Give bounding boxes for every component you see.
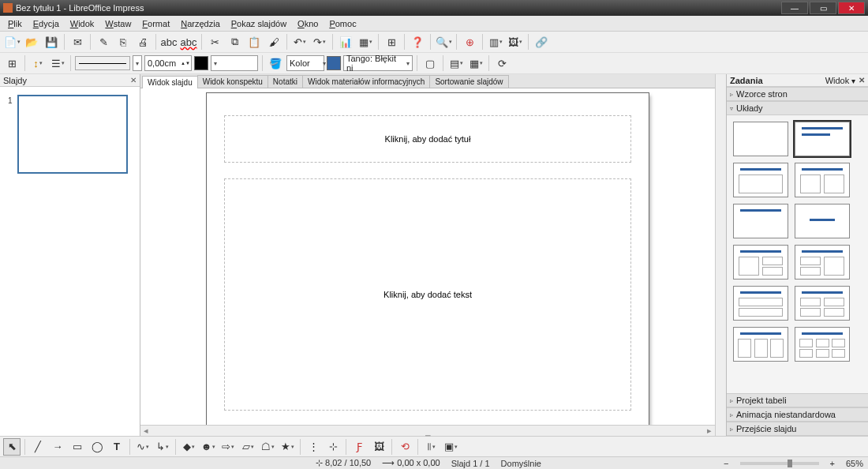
close-button[interactable]: ✕ (838, 2, 865, 14)
linestyle-button[interactable]: ☰▾ (49, 54, 66, 72)
grid-button[interactable]: ⊞ (383, 33, 400, 51)
layout-4content[interactable] (795, 286, 850, 321)
hyperlink-button[interactable]: 🔗 (533, 33, 550, 51)
layout-title-only-2[interactable] (733, 204, 788, 238)
menu-pokaz slajdów[interactable]: Pokaz slajdów (226, 17, 291, 30)
view-tab-0[interactable]: Widok slajdu (142, 76, 198, 88)
section-custom-animation[interactable]: ▹ Animacja niestandardowa (727, 407, 868, 422)
close-slides-panel-button[interactable]: ✕ (130, 76, 137, 84)
menu-widok[interactable]: Widok (65, 17, 99, 30)
arrow-tool[interactable]: → (49, 438, 66, 456)
slide-canvas[interactable]: Kliknij, aby dodać tytuł Kliknij, aby do… (207, 93, 649, 425)
grid-toggle[interactable]: ⊞ (3, 54, 21, 72)
shadow-button[interactable]: ▢ (421, 54, 439, 72)
symbol-shapes-tool[interactable]: ☻▾ (200, 438, 217, 456)
help-button[interactable]: ❓ (409, 33, 426, 51)
from-file-tool[interactable]: 🖼 (370, 438, 387, 456)
connector-tool[interactable]: ↳▾ (154, 438, 171, 456)
select-tool[interactable]: ⬉ (3, 438, 21, 456)
table-button[interactable]: ▦▾ (357, 33, 374, 51)
slide-editor[interactable]: Kliknij, aby dodać tytuł Kliknij, aby do… (140, 88, 715, 425)
content-placeholder[interactable]: Kliknij, aby dodać tekst (224, 178, 631, 411)
minimize-button[interactable]: — (781, 2, 808, 14)
fontwork-tool[interactable]: Ƒ (350, 438, 368, 456)
print-button[interactable]: 🖨 (134, 33, 152, 51)
align-tool[interactable]: ⫴▾ (422, 438, 440, 456)
open-button[interactable]: 📂 (23, 33, 40, 51)
menu-edycja[interactable]: Edycja (28, 17, 64, 30)
line-color-swatch[interactable] (194, 56, 208, 70)
menu-wstaw[interactable]: Wstaw (100, 17, 136, 30)
line-color-combo[interactable]: ▾ (211, 55, 258, 71)
view-tab-4[interactable]: Sortowanie slajdów (429, 75, 508, 88)
spellcheck-button[interactable]: abc (160, 33, 178, 51)
rect-tool[interactable]: ▭ (69, 438, 86, 456)
picture-button[interactable]: 🖼▾ (507, 33, 524, 51)
save-button[interactable]: 💾 (43, 33, 60, 51)
layout-stack[interactable] (733, 286, 788, 321)
layout-2box[interactable] (733, 245, 788, 280)
vertical-scrollbar[interactable] (715, 74, 726, 436)
curve-tool[interactable]: ∿▾ (134, 438, 152, 456)
edit-button[interactable]: ✎ (95, 33, 112, 51)
stars-tool[interactable]: ★▾ (279, 438, 296, 456)
view-tab-3[interactable]: Widok materiałów informacyjnych (302, 75, 430, 88)
horizontal-scrollbar[interactable]: ◂⎯▸ (140, 425, 715, 436)
section-slide-transition[interactable]: ▹ Przejście slajdu (727, 422, 868, 436)
slide-preview[interactable] (17, 95, 128, 174)
gallery-button[interactable]: ▥▾ (487, 33, 504, 51)
arrange-tool[interactable]: ▣▾ (442, 438, 459, 456)
zoom-in-button[interactable]: + (830, 459, 835, 468)
layout-2box-b[interactable] (795, 245, 850, 280)
copy-button[interactable]: ⧉ (226, 33, 243, 51)
fill-color-combo[interactable]: Tango: Błękit ni▾ (343, 55, 413, 71)
zoom-value[interactable]: 65% (846, 459, 863, 468)
section-layouts[interactable]: ▿ Układy (727, 101, 868, 115)
section-table-design[interactable]: ▹ Projekt tabeli (727, 393, 868, 407)
slide-design-button[interactable]: ▤▾ (447, 54, 465, 72)
cut-button[interactable]: ✂ (206, 33, 223, 51)
layout-blank[interactable] (733, 122, 788, 156)
fill-color-swatch[interactable] (327, 56, 341, 70)
layout-centered[interactable] (795, 204, 850, 238)
text-tool[interactable]: T (108, 438, 125, 456)
callout-tool[interactable]: ☖▾ (259, 438, 276, 456)
zoom-button[interactable]: 🔍▾ (435, 33, 452, 51)
line-style-combo[interactable]: ▾ (133, 55, 142, 71)
layout-title-content[interactable] (795, 122, 850, 156)
menu-plik[interactable]: Plik (3, 17, 27, 30)
tasks-view-menu[interactable]: Widok ▾ (825, 76, 855, 85)
title-placeholder[interactable]: Kliknij, aby dodać tytuł (224, 115, 631, 163)
fill-type-combo[interactable]: Kolor▾ (286, 55, 324, 71)
menu-format[interactable]: Format (137, 17, 174, 30)
redo-button[interactable]: ↷▾ (311, 33, 328, 51)
basic-shapes-tool[interactable]: ◆▾ (180, 438, 197, 456)
menu-narzędzia[interactable]: Narzędzia (176, 17, 225, 30)
layout-3col[interactable] (733, 327, 788, 362)
ellipse-tool[interactable]: ◯ (88, 438, 106, 456)
flowchart-tool[interactable]: ▱▾ (239, 438, 256, 456)
slide-layout-button[interactable]: ▦▾ (467, 54, 485, 72)
paintbucket-button[interactable]: 🪣 (267, 54, 284, 72)
view-tab-1[interactable]: Widok konspektu (197, 75, 268, 88)
arrowends-button[interactable]: ↕▾ (29, 54, 47, 72)
mail-button[interactable]: ✉ (69, 33, 86, 51)
chart-button[interactable]: 📊 (337, 33, 354, 51)
format-paintbrush-button[interactable]: 🖌 (265, 33, 282, 51)
line-width-field[interactable]: 0,00cm ▲▼ (144, 55, 192, 71)
slide-thumbnail[interactable]: 1 (8, 95, 132, 174)
rotate-tool[interactable]: ⟲ (396, 438, 413, 456)
section-master-pages[interactable]: ▹ Wzorce stron (727, 87, 868, 101)
undo-button[interactable]: ↶▾ (291, 33, 309, 51)
layout-title-only[interactable] (733, 163, 788, 197)
zoom-slider[interactable] (740, 462, 819, 465)
pdf-button[interactable]: ⎘ (114, 33, 132, 51)
new-button[interactable]: 📄▾ (3, 33, 21, 51)
zoom-out-button[interactable]: − (724, 459, 728, 468)
points-tool[interactable]: ⋮ (305, 438, 322, 456)
autospell-button[interactable]: abc (180, 33, 197, 51)
glue-tool[interactable]: ⊹ (324, 438, 342, 456)
menu-pomoc[interactable]: Pomoc (324, 17, 361, 30)
line-tool[interactable]: ╱ (29, 438, 47, 456)
close-tasks-panel-button[interactable]: ✕ (859, 76, 865, 84)
